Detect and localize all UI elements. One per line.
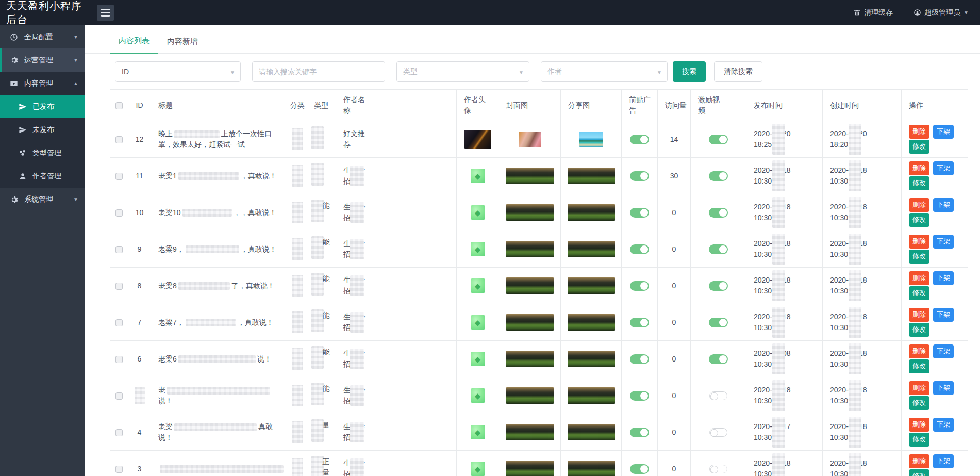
clear-cache-button[interactable]: 清理缓存: [853, 8, 893, 18]
edit-button[interactable]: 修改: [909, 469, 929, 476]
pre-ad-toggle[interactable]: [630, 464, 649, 474]
incentive-video-toggle[interactable]: [709, 281, 728, 291]
edit-button[interactable]: 修改: [909, 213, 929, 227]
delete-button[interactable]: 删除: [909, 381, 929, 395]
row-checkbox[interactable]: [115, 209, 123, 217]
admin-menu[interactable]: 超级管理员 ▼: [913, 8, 969, 18]
edit-button[interactable]: 修改: [909, 433, 929, 447]
type-filter-select[interactable]: 类型 ▼: [396, 61, 529, 82]
pre-ad-toggle[interactable]: [630, 135, 649, 144]
pre-ad-toggle[interactable]: [630, 318, 649, 327]
clear-search-button[interactable]: 清除搜索: [714, 61, 762, 82]
incentive-video-toggle[interactable]: [709, 244, 728, 254]
header-12: 发布时间: [746, 90, 823, 121]
incentive-video-toggle[interactable]: [709, 208, 728, 218]
incentive-video-toggle[interactable]: [709, 171, 728, 181]
censor-block: [350, 166, 364, 186]
sidebar-collapse-button[interactable]: [97, 5, 114, 21]
pre-ad-toggle[interactable]: [630, 171, 649, 181]
tab-content-list[interactable]: 内容列表: [110, 36, 158, 54]
row-checkbox[interactable]: [115, 319, 123, 326]
row-checkbox[interactable]: [115, 392, 123, 400]
edit-button[interactable]: 修改: [909, 396, 929, 410]
delete-button[interactable]: 删除: [909, 161, 929, 175]
row-checkbox[interactable]: [115, 136, 123, 143]
title-cell: 老梁9，，真敢说！: [151, 231, 288, 268]
visits-cell: 0: [658, 231, 691, 268]
edit-button[interactable]: 修改: [909, 359, 929, 373]
sidebar-item-author-mgmt[interactable]: 作者管理: [0, 165, 85, 188]
chevron-down-icon: ▼: [657, 70, 662, 75]
offline-button[interactable]: 下架: [933, 235, 954, 249]
delete-button[interactable]: 删除: [909, 198, 929, 212]
checkbox-cell: [110, 194, 128, 231]
table-row: 6 老梁6说！ 能 生活妙招 ◆ 0 2020-07-0810:30:02 20…: [110, 341, 968, 377]
row-checkbox[interactable]: [115, 173, 123, 180]
offline-button[interactable]: 下架: [933, 271, 954, 285]
incentive-cell: [691, 268, 746, 304]
pre-ad-toggle[interactable]: [630, 281, 649, 291]
delete-button[interactable]: 删除: [909, 308, 929, 322]
edit-button[interactable]: 修改: [909, 250, 929, 264]
sidebar-item-published[interactable]: 已发布: [0, 95, 85, 118]
incentive-video-toggle[interactable]: [709, 391, 727, 400]
pre-ad-toggle[interactable]: [630, 208, 649, 218]
pre-ad-toggle[interactable]: [630, 428, 649, 437]
row-checkbox[interactable]: [115, 429, 123, 436]
category-cell: [288, 341, 307, 377]
offline-button[interactable]: 下架: [933, 454, 954, 468]
author-filter-select[interactable]: 作者 ▼: [541, 61, 668, 82]
censor-block: [167, 387, 270, 395]
header-1: ID: [128, 90, 151, 121]
offline-button[interactable]: 下架: [933, 344, 954, 358]
incentive-video-toggle[interactable]: [709, 428, 727, 437]
row-checkbox[interactable]: [115, 246, 123, 253]
delete-button[interactable]: 删除: [909, 454, 929, 468]
row-checkbox[interactable]: [115, 466, 123, 473]
id-field-select[interactable]: ID ▼: [115, 61, 241, 82]
header-3: 分类: [288, 90, 307, 121]
sidebar-item-type-mgmt[interactable]: 类型管理: [0, 141, 85, 165]
incentive-video-toggle[interactable]: [709, 318, 728, 327]
pre-ad-toggle[interactable]: [630, 391, 649, 401]
edit-button[interactable]: 修改: [909, 140, 929, 154]
pre-ad-toggle[interactable]: [630, 244, 649, 254]
delete-button[interactable]: 删除: [909, 271, 929, 285]
incentive-video-toggle[interactable]: [709, 354, 728, 364]
delete-button[interactable]: 删除: [909, 418, 929, 432]
sidebar-item-unpublished[interactable]: 未发布: [0, 118, 85, 141]
id-field-select-value: ID: [122, 68, 129, 76]
table-row: 4 老梁真敢说！ 量 生活妙招 ◆ 0 2020-07-1710:30:02 2…: [110, 414, 968, 451]
sidebar-item-content-mgmt[interactable]: 内容管理 ▲: [0, 72, 85, 95]
sidebar-item-operations[interactable]: 运营管理 ▼: [0, 48, 85, 72]
delete-button[interactable]: 删除: [909, 344, 929, 358]
row-checkbox[interactable]: [115, 283, 123, 290]
pre-ad-toggle[interactable]: [630, 354, 649, 364]
offline-button[interactable]: 下架: [933, 381, 954, 395]
delete-button[interactable]: 删除: [909, 125, 929, 139]
title-cell: 老梁真敢说！: [151, 414, 288, 451]
search-button[interactable]: 搜索: [673, 61, 706, 82]
table-row: 9 老梁9，，真敢说！ 能 生活妙招 ◆ 0 2020-07-1810:30:0…: [110, 231, 968, 268]
select-all-checkbox[interactable]: [115, 102, 123, 109]
actions-cell: 删除 下架 修改: [902, 414, 968, 451]
edit-button[interactable]: 修改: [909, 176, 929, 190]
incentive-video-toggle[interactable]: [709, 465, 727, 473]
offline-button[interactable]: 下架: [933, 418, 954, 432]
offline-button[interactable]: 下架: [933, 125, 954, 139]
offline-button[interactable]: 下架: [933, 161, 954, 175]
offline-button[interactable]: 下架: [933, 308, 954, 322]
type-cell: 量: [307, 414, 336, 451]
content-table: ID标题分类类型作者名称作者头像封面图分享图前贴广告访问量激励视频发布时间创建时…: [110, 89, 968, 476]
title-cell: 老梁7，，真敢说！: [151, 304, 288, 341]
keyword-search-input[interactable]: [252, 61, 385, 82]
row-checkbox[interactable]: [115, 356, 123, 363]
edit-button[interactable]: 修改: [909, 286, 929, 300]
sidebar-item-system-mgmt[interactable]: 系统管理 ▼: [0, 188, 85, 211]
sidebar-item-global-config[interactable]: 全局配置 ▼: [0, 25, 85, 48]
edit-button[interactable]: 修改: [909, 323, 929, 337]
delete-button[interactable]: 删除: [909, 235, 929, 249]
incentive-video-toggle[interactable]: [709, 135, 728, 144]
offline-button[interactable]: 下架: [933, 198, 954, 212]
tab-content-add[interactable]: 内容新增: [158, 37, 207, 53]
